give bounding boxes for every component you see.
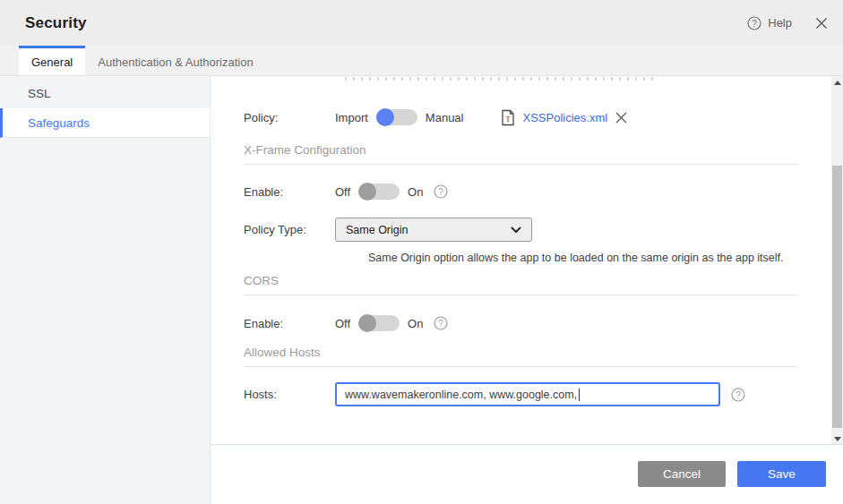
xframe-enable-label: Enable: [244,185,335,199]
xframe-enable-toggle[interactable] [358,184,400,200]
section-divider [244,295,798,295]
svg-text:?: ? [752,18,757,28]
toggle-knob [358,183,376,201]
help-button[interactable]: ? Help [747,16,792,30]
section-divider [244,366,798,367]
svg-text:?: ? [735,389,741,399]
xframe-help-icon[interactable]: ? [434,184,448,199]
vertical-scrollbar[interactable] [831,76,843,445]
policy-option-import-label: Import [335,111,368,124]
toggle-on-label: On [408,317,423,330]
tab-general[interactable]: General [19,46,85,75]
policy-import-manual-toggle[interactable] [376,109,417,125]
imported-file-chip: T XSSPolicies.xml [501,109,628,126]
help-label: Help [768,16,792,30]
hosts-help-icon[interactable]: ? [731,388,745,402]
sidebar-item-safeguards[interactable]: Safeguards [0,108,210,138]
policy-type-select[interactable]: Same Origin [335,218,532,242]
section-divider [244,164,798,165]
toggle-on-label: On [408,185,423,199]
svg-text:?: ? [439,187,444,197]
tab-authentication-authorization[interactable]: Authentication & Authorization [85,46,265,75]
xml-file-icon: T [501,109,515,126]
help-icon: ? [747,16,761,30]
tab-bar: General Authentication & Authorization [0,46,843,76]
cors-help-icon[interactable]: ? [434,316,448,330]
xframe-enable-row: Enable: Off On ? [244,182,831,201]
save-button[interactable]: Save [737,461,826,487]
svg-text:?: ? [439,319,444,329]
hosts-label: Hosts: [244,388,335,401]
cors-enable-row: Enable: Off On ? [244,313,831,333]
scroll-up-arrow[interactable] [831,77,843,88]
main-panel: Policy: Import Manual T XSSPolicies.xml [211,76,843,504]
chevron-down-icon [511,226,521,234]
policy-type-value: Same Origin [346,224,408,236]
toggle-knob [376,108,394,126]
toggle-off-label: Off [335,185,350,199]
scroll-down-arrow[interactable] [831,433,843,444]
cors-enable-toggle[interactable] [358,315,400,331]
close-icon[interactable] [815,17,828,30]
sidebar: SSL Safeguards [0,76,211,504]
security-dialog: Security ? Help General Authentication &… [0,0,843,504]
text-caret [579,389,580,401]
svg-text:T: T [506,115,512,124]
policy-option-manual-label: Manual [426,111,464,124]
policy-type-helper-text: Same Origin option allows the app to be … [368,252,831,265]
policy-type-row: Policy Type: Same Origin [244,218,831,242]
allowed-hosts-section-title: Allowed Hosts [244,346,831,360]
hosts-row: Hosts: www.wavemakeronline.com, www.goog… [244,382,831,406]
toggle-off-label: Off [335,317,350,330]
footer-divider [211,444,843,445]
remove-file-icon[interactable] [615,111,628,124]
hosts-input-value: www.wavemakeronline.com, www.google.com, [345,389,577,401]
scrollbar-thumb[interactable] [832,166,842,428]
sidebar-item-ssl[interactable]: SSL [0,79,210,108]
hosts-input[interactable]: www.wavemakeronline.com, www.google.com, [335,382,720,406]
xframe-section-title: X-Frame Configuration [244,143,831,158]
clipped-scrolled-content [345,77,658,81]
header-actions: ? Help [747,16,828,30]
policy-type-label: Policy Type: [244,223,335,236]
footer-actions: Cancel Save [638,461,826,487]
xss-policies-file-link[interactable]: XSSPolicies.xml [522,111,607,124]
dialog-header: Security ? Help [0,0,843,46]
policy-label: Policy: [244,111,335,124]
content-scroll-area: Policy: Import Manual T XSSPolicies.xml [211,76,831,445]
cors-enable-label: Enable: [244,317,335,330]
toggle-knob [358,314,376,332]
page-title: Security [25,14,87,32]
cancel-button[interactable]: Cancel [638,461,726,487]
dialog-body: SSL Safeguards Policy: Import Manual T [0,76,843,504]
policy-row: Policy: Import Manual T XSSPolicies.xml [244,105,831,130]
cors-section-title: CORS [244,274,831,288]
